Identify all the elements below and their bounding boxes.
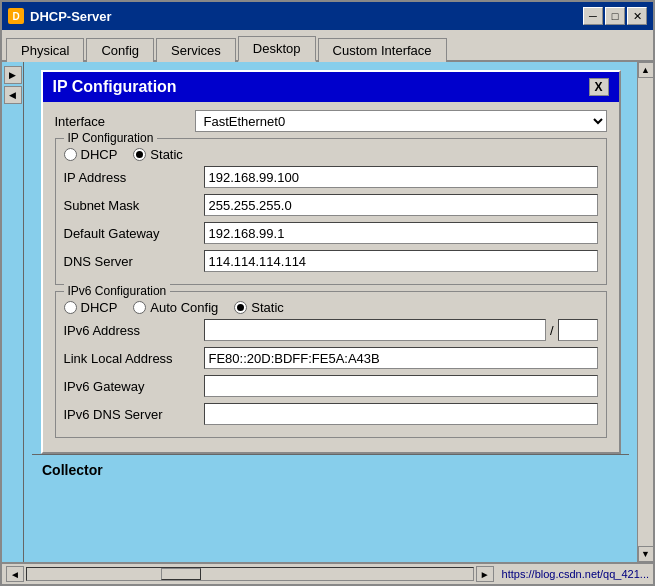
horizontal-scrollbar[interactable]: [26, 567, 474, 581]
static-radio[interactable]: [133, 148, 146, 161]
link-local-label: Link Local Address: [64, 351, 204, 366]
ipv6-auto-radio[interactable]: [133, 301, 146, 314]
dialog-body: Interface FastEthernet0 IP Configuration: [43, 102, 619, 452]
ip-address-row: IP Address: [64, 166, 598, 188]
ip-address-input[interactable]: [204, 166, 598, 188]
interface-row: Interface FastEthernet0: [55, 110, 607, 132]
side-icon-1[interactable]: ▶: [4, 66, 22, 84]
scroll-up-button[interactable]: ▲: [638, 62, 654, 78]
dhcp-label: DHCP: [81, 147, 118, 162]
default-gateway-label: Default Gateway: [64, 226, 204, 241]
dialog-close-button[interactable]: X: [589, 78, 609, 96]
close-button[interactable]: ✕: [627, 7, 647, 25]
ipv4-section: IP Configuration DHCP Static: [55, 138, 607, 285]
ipv6-address-input[interactable]: [204, 319, 546, 341]
interface-label: Interface: [55, 114, 195, 129]
ip-address-label: IP Address: [64, 170, 204, 185]
app-icon: D: [8, 8, 24, 24]
ipv6-auto-label: Auto Config: [150, 300, 218, 315]
ipv6-gateway-input[interactable]: [204, 375, 598, 397]
tab-desktop[interactable]: Desktop: [238, 36, 316, 62]
side-icon-2[interactable]: ◀: [4, 86, 22, 104]
ipv6-static-radio-item[interactable]: Static: [234, 300, 284, 315]
side-strip: ▶ ◀: [2, 62, 24, 562]
status-url: https://blog.csdn.net/qq_421...: [502, 568, 649, 580]
ipv6-address-label: IPv6 Address: [64, 323, 204, 338]
ipv6-dns-label: IPv6 DNS Server: [64, 407, 204, 422]
nav-left-button[interactable]: ◄: [6, 566, 24, 582]
ipv4-radio-row: DHCP Static: [64, 147, 598, 162]
ipv6-gateway-label: IPv6 Gateway: [64, 379, 204, 394]
ipv6-address-row: IPv6 Address /: [64, 319, 598, 341]
ipv6-section: IPv6 Configuration DHCP Auto Config: [55, 291, 607, 438]
scrollbar-thumb: [161, 568, 201, 580]
dhcp-radio[interactable]: [64, 148, 77, 161]
subnet-mask-row: Subnet Mask: [64, 194, 598, 216]
tab-physical[interactable]: Physical: [6, 38, 84, 62]
bottom-nav: ◄ ► https://blog.csdn.net/qq_421...: [2, 562, 653, 584]
ipv4-section-label: IP Configuration: [64, 131, 158, 145]
ipv6-dns-input[interactable]: [204, 403, 598, 425]
subnet-mask-input[interactable]: [204, 194, 598, 216]
dns-server-row: DNS Server: [64, 250, 598, 272]
dns-server-input[interactable]: [204, 250, 598, 272]
ipv6-static-label: Static: [251, 300, 284, 315]
default-gateway-input[interactable]: [204, 222, 598, 244]
main-window: D DHCP-Server ─ □ ✕ Physical Config Serv…: [0, 0, 655, 586]
minimize-button[interactable]: ─: [583, 7, 603, 25]
ipv6-dns-row: IPv6 DNS Server: [64, 403, 598, 425]
scroll-down-button[interactable]: ▼: [638, 546, 654, 562]
interface-select[interactable]: FastEthernet0: [195, 110, 607, 132]
static-radio-item[interactable]: Static: [133, 147, 183, 162]
ipv6-gateway-row: IPv6 Gateway: [64, 375, 598, 397]
window-controls: ─ □ ✕: [583, 7, 647, 25]
static-label: Static: [150, 147, 183, 162]
collector-label: Collector: [42, 462, 103, 478]
dialog-title-bar: IP Configuration X: [43, 72, 619, 102]
ipv6-slash: /: [546, 323, 558, 338]
ipv6-radio-row: DHCP Auto Config Static: [64, 300, 598, 315]
ipv6-static-radio[interactable]: [234, 301, 247, 314]
default-gateway-row: Default Gateway: [64, 222, 598, 244]
dns-server-label: DNS Server: [64, 254, 204, 269]
dialog-title-text: IP Configuration: [53, 78, 177, 96]
link-local-row: Link Local Address: [64, 347, 598, 369]
main-content: IP Configuration X Interface FastEtherne…: [24, 62, 637, 562]
tab-config[interactable]: Config: [86, 38, 154, 62]
ipv6-dhcp-label: DHCP: [81, 300, 118, 315]
ipv6-auto-radio-item[interactable]: Auto Config: [133, 300, 218, 315]
collector-strip: Collector: [32, 454, 629, 484]
tabs-bar: Physical Config Services Desktop Custom …: [2, 30, 653, 62]
dhcp-radio-item[interactable]: DHCP: [64, 147, 118, 162]
content-area: ▶ ◀ IP Configuration X Interface FastEth…: [2, 62, 653, 562]
nav-right-button[interactable]: ►: [476, 566, 494, 582]
ip-config-dialog: IP Configuration X Interface FastEtherne…: [41, 70, 621, 454]
ipv6-address-input-group: /: [204, 319, 598, 341]
title-bar: D DHCP-Server ─ □ ✕: [2, 2, 653, 30]
tab-custom-interface[interactable]: Custom Interface: [318, 38, 447, 62]
window-title: DHCP-Server: [30, 9, 583, 24]
ipv6-prefix-input[interactable]: [558, 319, 598, 341]
subnet-mask-label: Subnet Mask: [64, 198, 204, 213]
ipv6-dhcp-radio-item[interactable]: DHCP: [64, 300, 118, 315]
link-local-input[interactable]: [204, 347, 598, 369]
tab-services[interactable]: Services: [156, 38, 236, 62]
ipv6-section-label: IPv6 Configuration: [64, 284, 171, 298]
maximize-button[interactable]: □: [605, 7, 625, 25]
ipv6-dhcp-radio[interactable]: [64, 301, 77, 314]
right-scrollbar: ▲ ▼: [637, 62, 653, 562]
